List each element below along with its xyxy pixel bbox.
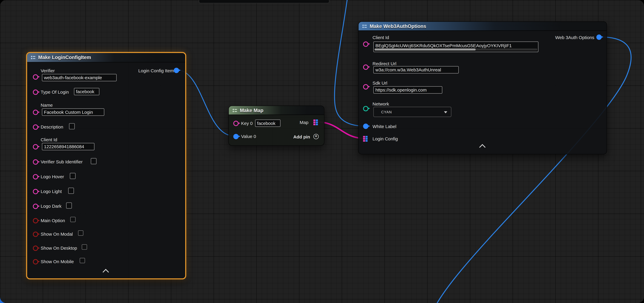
- pin-label: Network: [372, 101, 389, 107]
- input-pin-sdk-url[interactable]: [363, 84, 368, 90]
- input-pin-value0[interactable]: [233, 134, 239, 139]
- description-field[interactable]: [69, 123, 75, 130]
- output-pin-label: Map: [300, 120, 308, 125]
- make-struct-icon: [362, 24, 367, 28]
- network-selected-value: CYAN: [381, 110, 392, 114]
- pin-label: Show On Modal: [40, 231, 73, 237]
- client-id-field[interactable]: [42, 143, 94, 150]
- pin-label: Key 0: [241, 120, 253, 126]
- input-pin-login-config[interactable]: [363, 136, 368, 142]
- screen: Make LoginConfigItem Login Config Item V…: [0, 0, 644, 303]
- pin-label: Show On Desktop: [40, 245, 77, 251]
- node-make-web3authoptions[interactable]: Make Web3AuthOptions Web 3Auth Options C…: [358, 21, 607, 154]
- input-pin-client-id[interactable]: [363, 42, 368, 47]
- pin-label: Name: [40, 102, 52, 108]
- pin-label: Description: [40, 124, 63, 130]
- sdk-url-field[interactable]: [373, 86, 442, 94]
- node-header[interactable]: Make LoginConfigItem: [27, 53, 185, 62]
- node-title: Make Web3AuthOptions: [370, 23, 426, 29]
- chevron-down-icon: [444, 111, 447, 113]
- verifier-field[interactable]: [42, 74, 117, 81]
- pin-label: Verifier: [40, 68, 55, 74]
- logo-hover-field[interactable]: [70, 173, 76, 179]
- pin-label: Login Config: [372, 136, 398, 142]
- input-pin-main-option[interactable]: [33, 218, 38, 224]
- show-on-modal-checkbox[interactable]: [78, 230, 84, 236]
- client-id-value: BEglQSgt4cUWcj6SKRdu5QkOXTsePmMcusG5EAoy…: [375, 43, 536, 48]
- pin-label: White Label: [372, 124, 396, 129]
- input-pin-logo-hover[interactable]: [33, 174, 38, 180]
- input-pin-verifier[interactable]: [33, 74, 38, 80]
- pin-label: Value 0: [241, 134, 256, 139]
- chevron-up-icon[interactable]: [479, 144, 486, 150]
- input-pin-network[interactable]: [363, 106, 368, 111]
- node-make-loginconfigitem[interactable]: Make LoginConfigItem Login Config Item V…: [26, 52, 186, 279]
- chevron-up-icon[interactable]: [102, 269, 109, 275]
- blueprint-graph-canvas[interactable]: Make LoginConfigItem Login Config Item V…: [0, 0, 644, 303]
- input-pin-white-label[interactable]: [363, 124, 368, 129]
- output-pin-map[interactable]: [314, 120, 318, 125]
- node-title: Make LoginConfigItem: [38, 54, 91, 60]
- input-pin-logo-light[interactable]: [33, 189, 38, 194]
- input-pin-type-of-login[interactable]: [33, 90, 38, 95]
- input-pin-key0[interactable]: [233, 121, 239, 126]
- pin-label: Logo Light: [40, 188, 62, 194]
- name-field[interactable]: [42, 108, 104, 116]
- make-map-icon: [232, 108, 237, 113]
- pin-label: Client Id: [40, 137, 57, 142]
- output-pin-web3auth-options[interactable]: [596, 34, 602, 40]
- output-pin-label: Login Config Item: [138, 68, 174, 74]
- node-title: Make Map: [240, 107, 264, 113]
- logo-dark-field[interactable]: [66, 202, 72, 208]
- network-dropdown[interactable]: CYAN: [373, 107, 451, 117]
- input-pin-show-on-modal[interactable]: [33, 232, 38, 237]
- input-pin-verifier-sub-identifier[interactable]: [33, 159, 38, 165]
- pin-label: Show On Mobile: [40, 259, 74, 264]
- pin-label: Logo Dark: [40, 203, 62, 209]
- input-pin-show-on-desktop[interactable]: [33, 246, 38, 251]
- redirect-url-field[interactable]: [373, 66, 459, 74]
- input-pin-show-on-mobile[interactable]: [33, 259, 38, 264]
- show-on-desktop-checkbox[interactable]: [82, 244, 87, 250]
- verifier-sub-identifier-field[interactable]: [91, 158, 96, 164]
- field-scrollbar-thumb[interactable]: [374, 48, 476, 50]
- make-struct-icon: [31, 55, 36, 60]
- add-pin-button[interactable]: [314, 134, 319, 139]
- pin-label: Sdk Url: [372, 80, 388, 86]
- input-pin-name[interactable]: [33, 110, 38, 115]
- pin-label: Main Option: [40, 218, 65, 223]
- show-on-mobile-checkbox[interactable]: [80, 258, 85, 263]
- add-pin-label: Add pin: [293, 134, 310, 140]
- main-option-checkbox[interactable]: [70, 217, 76, 222]
- input-pin-description[interactable]: [33, 124, 38, 130]
- pin-label: Type Of Login: [40, 89, 69, 95]
- field-scrollbar[interactable]: [374, 48, 537, 50]
- pin-label: Logo Hover: [40, 174, 64, 180]
- client-id-field[interactable]: BEglQSgt4cUWcj6SKRdu5QkOXTsePmMcusG5EAoy…: [373, 42, 538, 52]
- node-header[interactable]: Make Map: [229, 106, 324, 115]
- pin-label: Redirect Url: [372, 61, 396, 66]
- pin-label: Client Id: [372, 34, 389, 40]
- input-pin-redirect-url[interactable]: [363, 64, 368, 70]
- type-of-login-field[interactable]: [74, 88, 99, 95]
- output-pin-login-config-item[interactable]: [174, 68, 179, 73]
- output-pin-label: Web 3Auth Options: [555, 34, 594, 40]
- logo-light-field[interactable]: [68, 188, 74, 194]
- pin-label: Verifier Sub Identifier: [40, 159, 82, 164]
- node-make-map[interactable]: Make Map Key 0 Map Value 0 Add pin: [228, 106, 324, 146]
- offscreen-node-edge[interactable]: [199, 0, 329, 3]
- key0-field[interactable]: [255, 120, 280, 127]
- input-pin-logo-dark[interactable]: [33, 204, 38, 209]
- node-header[interactable]: Make Web3AuthOptions: [358, 22, 606, 31]
- blueprint-editor: Make LoginConfigItem Login Config Item V…: [0, 0, 644, 303]
- input-pin-client-id[interactable]: [33, 144, 38, 150]
